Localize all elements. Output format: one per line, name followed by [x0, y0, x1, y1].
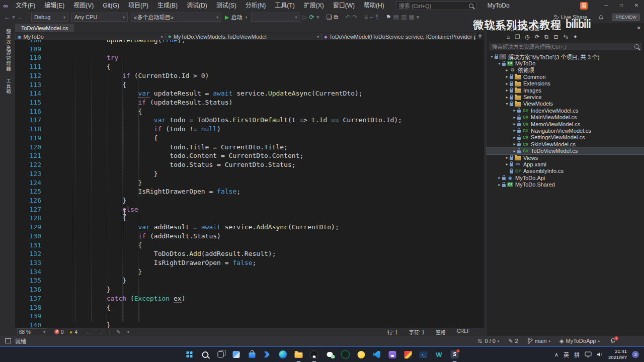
- tree-item-MemoViewModel.cs[interactable]: ▸C#MemoViewModel.cs: [487, 121, 644, 127]
- bookmark-next-icon[interactable]: ▤: [393, 14, 399, 21]
- bookmark-icon[interactable]: ⚑: [386, 14, 391, 21]
- tree-item-Service[interactable]: ▸Service: [487, 94, 644, 100]
- user-avatar[interactable]: 周: [580, 2, 588, 10]
- maximize-button[interactable]: □: [614, 0, 629, 11]
- w-app-button[interactable]: W: [433, 348, 445, 360]
- unsaved-edits-indicator[interactable]: ✎ 2: [508, 338, 518, 344]
- git-repository-button[interactable]: ◈ MyToDoApp▴: [559, 338, 600, 344]
- code-line-132[interactable]: 132 ToDoDtos.Add(addResult.Result);: [15, 249, 484, 258]
- document-tab[interactable]: ToDoViewModel.cs: [15, 24, 74, 33]
- code-line-133[interactable]: 133 IsRightDrawerOpen = false;: [15, 258, 484, 267]
- properties-icon[interactable]: ✦: [573, 34, 578, 40]
- zoom-select[interactable]: 68 %▾: [17, 328, 47, 335]
- toolbox-tab[interactable]: 工具箱: [5, 78, 12, 95]
- quick-search-input[interactable]: 搜索 (Ctrl+Q): [396, 2, 476, 10]
- code-line-122[interactable]: 122 todo.Status = CurrentDto.Status;: [15, 160, 484, 169]
- code-line-119[interactable]: 119 {: [15, 134, 484, 143]
- minimize-button[interactable]: ─: [599, 0, 614, 11]
- collapse-icon[interactable]: ▾: [497, 61, 502, 66]
- notifications-button[interactable]: 1: [610, 337, 616, 344]
- code-line-108[interactable]: 108 UpdateLoading(true);: [15, 40, 484, 45]
- code-line-131[interactable]: 131 {: [15, 241, 484, 250]
- qq-button[interactable]: [308, 348, 320, 360]
- powershell-button[interactable]: ›_: [418, 348, 430, 360]
- tree-item-[interactable]: ▸⧉依赖项: [487, 67, 644, 73]
- code-line-134[interactable]: 134 }: [15, 267, 484, 277]
- menu-d[interactable]: 调试(D): [182, 2, 212, 9]
- widgets-button[interactable]: [230, 348, 243, 360]
- code-line-123[interactable]: 123 }: [15, 169, 484, 178]
- file-explorer-button[interactable]: [293, 348, 305, 360]
- wechat-button[interactable]: [324, 348, 336, 360]
- code-cleanup-icon[interactable]: ✎: [116, 329, 121, 335]
- git-sync-button[interactable]: 0 / 0▴: [477, 338, 499, 344]
- tree-item-MyToDo[interactable]: ▾C#MyToDo: [487, 60, 644, 66]
- code-line-117[interactable]: 117 var todo = ToDoDtos.FirstOrDefault(t…: [15, 116, 484, 125]
- tree-item-Extensions[interactable]: ▸Extensions: [487, 80, 644, 87]
- menu-p[interactable]: 项目(P): [124, 2, 153, 9]
- code-line-116[interactable]: 116 {: [15, 107, 484, 116]
- expand-icon[interactable]: ▸: [497, 183, 502, 187]
- close-button[interactable]: ✕: [629, 0, 644, 11]
- menu-n[interactable]: 分析(N): [241, 2, 271, 9]
- network-icon[interactable]: [585, 351, 592, 357]
- warning-count[interactable]: 4: [74, 329, 77, 335]
- hot-reload-caret[interactable]: ▾: [316, 14, 319, 21]
- expand-icon[interactable]: ▸: [504, 68, 510, 72]
- code-line-135[interactable]: 135 }: [15, 276, 484, 285]
- power-automate-button[interactable]: [262, 348, 274, 360]
- code-line-120[interactable]: 120 todo.Title = CurrentDto.Title;: [15, 143, 484, 152]
- s-app-button[interactable]: S: [449, 348, 461, 360]
- code-line-138[interactable]: 138 {: [15, 303, 484, 312]
- tree-item-AssemblyInfo.cs[interactable]: C#AssemblyInfo.cs: [487, 168, 644, 174]
- server-explorer-tab[interactable]: 服务器资源管理器: [5, 29, 12, 71]
- task-view-button[interactable]: [215, 348, 227, 360]
- code-line-115[interactable]: 115 if (updateResult.Status): [15, 98, 484, 107]
- expand-icon[interactable]: ▸: [512, 135, 517, 140]
- volume-icon[interactable]: [597, 351, 603, 357]
- member-breadcrumb[interactable]: ◆ ToDoViewModel(IToDoService service, IC…: [321, 33, 476, 41]
- code-line-129[interactable]: 129 var addResult = await service.AddAsy…: [15, 223, 484, 232]
- solution-search-input[interactable]: 搜索解决方案资源管理器(Ctrl+;): [490, 43, 641, 50]
- security-app-button[interactable]: [402, 348, 414, 360]
- code-line-110[interactable]: 110 try: [15, 53, 484, 62]
- expand-icon[interactable]: ▸: [504, 88, 510, 93]
- hot-reload-icon[interactable]: ⟳: [309, 14, 314, 21]
- navigate-forward-icon[interactable]: →: [17, 14, 23, 21]
- sync-with-active-document-icon[interactable]: ⇆: [563, 34, 568, 40]
- chevron-down-icon[interactable]: ▾: [127, 330, 129, 334]
- expand-icon[interactable]: ▸: [504, 74, 510, 79]
- tree-item-Views[interactable]: ▸Views: [487, 154, 644, 161]
- caret-line-indicator[interactable]: 行: 1: [387, 328, 398, 336]
- collapse-icon[interactable]: ▾: [504, 102, 510, 106]
- expand-icon[interactable]: ▸: [512, 122, 517, 126]
- clock[interactable]: 21:41 2021/9/7: [608, 348, 627, 360]
- indentation-indicator[interactable]: 空格: [436, 328, 446, 336]
- tree-item-Common[interactable]: ▸Common: [487, 73, 644, 80]
- tree-item-NavigationViewModel.cs[interactable]: ▸C#NavigationViewModel.cs: [487, 127, 644, 134]
- warning-icon[interactable]: ▲: [69, 329, 73, 334]
- code-line-114[interactable]: 114 var updateResult = await service.Upd…: [15, 89, 484, 98]
- start-debugging-button[interactable]: ▶ 启动 ▾: [225, 13, 247, 21]
- switch-views-icon[interactable]: ❐: [515, 34, 520, 40]
- bookmark-folder-icon[interactable]: ▦: [409, 14, 414, 21]
- code-line-130[interactable]: 130 if (addResult.Status): [15, 232, 484, 241]
- tree-item-ViewModels[interactable]: ▾ViewModels: [487, 101, 644, 107]
- code-editor[interactable]: 108 UpdateLoading(true);109110 try111 {1…: [15, 40, 484, 328]
- menu-s[interactable]: 测试(S): [212, 2, 241, 9]
- tree-item-MyToDo33[interactable]: ▾∞解决方案“MyToDo”(3 个项目, 共 3 个): [487, 53, 644, 60]
- comment-icon[interactable]: ¶: [375, 14, 378, 21]
- tree-item-ToDoViewModel.cs[interactable]: ▸C#ToDoViewModel.cs: [487, 147, 644, 154]
- tree-item-Images[interactable]: ▸Images: [487, 87, 644, 94]
- expand-icon[interactable]: ▸: [504, 81, 510, 86]
- menu-h[interactable]: 帮助(H): [359, 2, 389, 9]
- code-line-137[interactable]: 137 catch (Exception ex): [15, 294, 484, 303]
- debug-target-select[interactable]: ▾: [251, 13, 300, 22]
- code-line-128[interactable]: 128 {: [15, 214, 484, 223]
- tree-item-MyToDo.Shared[interactable]: ▸C#MyToDo.Shared: [487, 181, 644, 188]
- code-line-111[interactable]: 111 {: [15, 62, 484, 71]
- platform-select[interactable]: Any CPU▾: [71, 13, 128, 22]
- navigate-back-icon[interactable]: ←: [86, 329, 91, 335]
- ime-language-button[interactable]: 英: [564, 350, 569, 358]
- backward-caret[interactable]: ▾: [12, 14, 15, 21]
